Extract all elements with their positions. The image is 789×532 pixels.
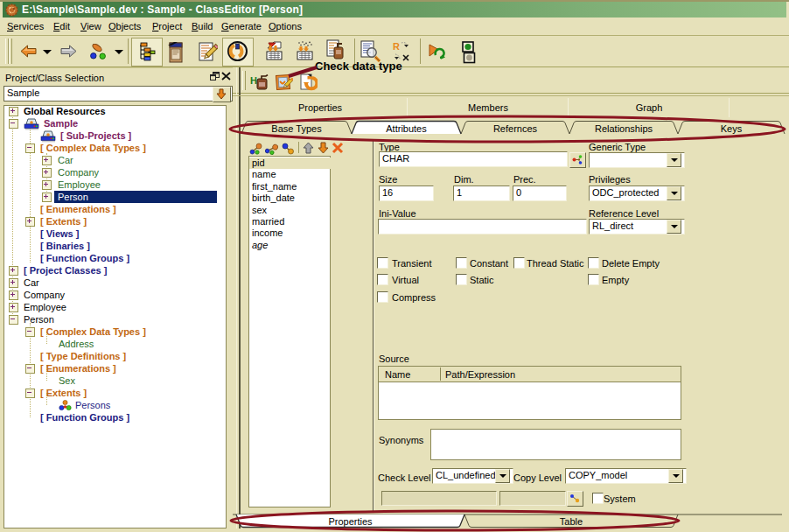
svg-text:R: R [393,41,400,52]
